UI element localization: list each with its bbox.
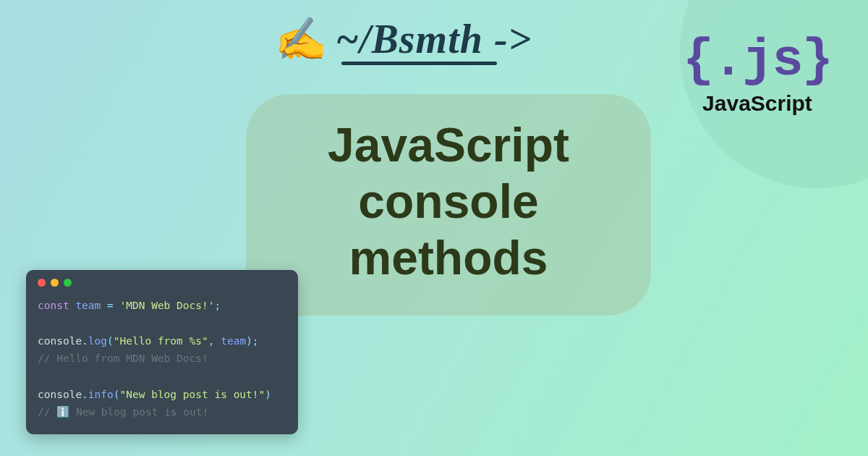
code-content: const team = 'MDN Web Docs!'; console.lo… bbox=[38, 297, 286, 421]
writing-hand-icon: ✍️ bbox=[275, 18, 327, 60]
page-title: JavaScript console methods bbox=[276, 117, 621, 287]
code-token: team bbox=[221, 335, 246, 347]
code-snippet-window: const team = 'MDN Web Docs!'; console.lo… bbox=[26, 270, 298, 434]
javascript-logo: {.js} JavaScript bbox=[683, 35, 832, 116]
title-line-1: JavaScript bbox=[328, 118, 569, 172]
code-token: log bbox=[88, 335, 107, 347]
js-label: JavaScript bbox=[683, 91, 832, 116]
code-token: ( bbox=[114, 389, 120, 400]
title-line-2: console methods bbox=[349, 174, 548, 284]
code-token: ); bbox=[246, 335, 258, 347]
close-icon bbox=[38, 279, 46, 287]
code-token: ; bbox=[214, 300, 221, 311]
code-token: = bbox=[101, 300, 119, 311]
code-token: "Hello from %s" bbox=[114, 335, 208, 347]
code-token: console bbox=[38, 389, 82, 400]
code-comment: // ℹ️ New blog post is out! bbox=[38, 406, 208, 418]
code-token: team bbox=[69, 300, 101, 311]
js-braces-icon: {.js} bbox=[683, 35, 832, 87]
code-token: 'MDN Web Docs!' bbox=[120, 300, 215, 311]
code-token: const bbox=[38, 300, 69, 311]
author-signature: ~/Bsmth -> bbox=[336, 16, 532, 62]
code-comment: // Hello from MDN Web Docs! bbox=[38, 352, 208, 364]
code-token: , bbox=[208, 335, 221, 347]
code-token: ) bbox=[265, 389, 271, 400]
code-token: "New blog post is out!" bbox=[120, 389, 265, 400]
code-token: console bbox=[38, 335, 82, 347]
author-signature-block: ✍️ ~/Bsmth -> bbox=[275, 16, 532, 62]
window-traffic-lights bbox=[38, 279, 286, 287]
code-token: ( bbox=[107, 335, 114, 347]
code-token: . bbox=[82, 335, 88, 347]
code-token: info bbox=[88, 389, 114, 400]
code-token: . bbox=[82, 389, 88, 400]
title-card: JavaScript console methods bbox=[246, 94, 651, 316]
minimize-icon bbox=[51, 279, 59, 287]
maximize-icon bbox=[64, 279, 72, 287]
